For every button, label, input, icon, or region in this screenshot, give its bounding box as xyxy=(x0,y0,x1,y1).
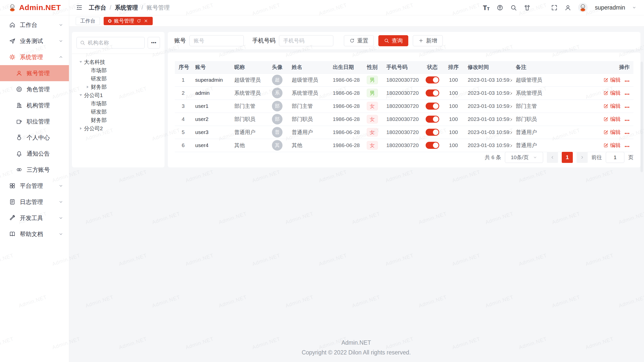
tree-node[interactable]: 分公司1 xyxy=(76,91,160,99)
logo[interactable]: Admin.NET xyxy=(0,0,69,15)
goto-page-input[interactable] xyxy=(606,152,624,163)
cell-gender: 女 xyxy=(362,113,383,126)
row-more-button[interactable]: ••• xyxy=(625,79,630,83)
cell-name: 超级管理员 xyxy=(288,73,329,86)
theme-icon[interactable] xyxy=(524,4,531,11)
sidebar-item-personal-center[interactable]: 个人中心 xyxy=(0,129,69,146)
tree-node[interactable]: 财务部 xyxy=(76,116,160,124)
status-toggle[interactable] xyxy=(426,76,439,83)
menu-fold-icon[interactable] xyxy=(76,4,83,11)
row-more-button[interactable]: ••• xyxy=(625,118,630,122)
prev-page-button[interactable] xyxy=(547,152,558,163)
chevron-down-icon xyxy=(58,22,63,27)
org-search-input[interactable] xyxy=(76,37,145,49)
caret-down-icon[interactable] xyxy=(77,94,84,96)
chevron-down-icon[interactable] xyxy=(632,5,636,10)
reset-button[interactable]: 重置 xyxy=(344,35,374,46)
notification-icon[interactable] xyxy=(537,4,544,11)
status-toggle[interactable] xyxy=(426,142,439,149)
tree-node[interactable]: 分公司2 xyxy=(76,124,160,132)
edit-button[interactable]: 编辑 xyxy=(603,142,621,149)
sidebar-item-position-management[interactable]: 职位管理 xyxy=(0,113,69,129)
avatar[interactable] xyxy=(578,3,588,12)
cell-avatar: 部 xyxy=(266,100,288,113)
refresh-icon[interactable] xyxy=(137,19,141,23)
row-more-button[interactable]: ••• xyxy=(625,144,630,149)
row-more-button[interactable]: ••• xyxy=(625,131,630,135)
sidebar-item-platform-management[interactable]: 平台管理 xyxy=(0,178,69,194)
username[interactable]: superadmin xyxy=(595,4,625,11)
tree-more-button[interactable]: ••• xyxy=(148,37,160,49)
edit-button[interactable]: 编辑 xyxy=(603,89,621,97)
tree-node[interactable]: 大名科技 xyxy=(76,58,160,66)
query-label: 查询 xyxy=(392,37,403,44)
fullscreen-icon[interactable] xyxy=(551,4,558,11)
close-icon[interactable] xyxy=(144,19,148,23)
sidebar-item-third-party-account[interactable]: 三方账号 xyxy=(0,162,69,178)
cell-phone: 18020030720 xyxy=(383,113,422,126)
status-toggle[interactable] xyxy=(426,116,439,123)
language-icon[interactable] xyxy=(497,4,503,11)
next-page-button[interactable] xyxy=(577,152,588,163)
scrollbar-thumb[interactable] xyxy=(640,62,643,172)
cell-avatar: 普 xyxy=(266,126,288,139)
sidebar-item-workbench[interactable]: 工作台 xyxy=(0,17,69,33)
accounts-table: 序号账号昵称头像姓名出生日期性别手机号码状态排序修改时间备注操作 1supera… xyxy=(175,61,633,152)
cell-remark: 部门主管 xyxy=(512,100,598,113)
profile-icon[interactable] xyxy=(565,4,571,11)
sidebar-item-account-management[interactable]: 账号管理 xyxy=(0,65,69,81)
edit-icon xyxy=(603,117,608,122)
column-header-remark: 备注 xyxy=(512,61,598,73)
add-button[interactable]: 新增 xyxy=(413,35,443,46)
edit-button[interactable]: 编辑 xyxy=(603,116,621,123)
topbar-actions: TT superadmin xyxy=(483,3,636,12)
sidebar-item-business-test[interactable]: 业务测试 xyxy=(0,33,69,49)
phone-input[interactable] xyxy=(279,35,333,46)
tree-node[interactable]: 财务部 xyxy=(76,83,160,91)
row-more-button[interactable]: ••• xyxy=(625,105,630,109)
tree-node-label: 财务部 xyxy=(91,117,107,124)
tree-node[interactable]: 研发部 xyxy=(76,74,160,83)
status-toggle[interactable] xyxy=(426,103,439,110)
tab-workbench[interactable]: 工作台 xyxy=(76,17,100,25)
sidebar-item-role-management[interactable]: 角色管理 xyxy=(0,81,69,97)
query-button[interactable]: 查询 xyxy=(378,35,408,46)
font-size-icon[interactable]: TT xyxy=(483,4,490,11)
role-icon xyxy=(16,86,22,93)
bell-icon xyxy=(16,150,22,157)
cell-gender: 女 xyxy=(362,139,383,152)
caret-right-icon[interactable] xyxy=(84,86,91,88)
breadcrumb-item[interactable]: 系统管理 xyxy=(115,4,138,12)
caret-right-icon[interactable] xyxy=(77,127,84,130)
edit-button[interactable]: 编辑 xyxy=(603,76,621,83)
page-size-select[interactable]: 10条/页 xyxy=(505,152,543,163)
sidebar-item-system-management[interactable]: 系统管理 xyxy=(0,49,69,65)
sidebar-item-label: 帮助文档 xyxy=(20,230,43,238)
edit-button[interactable]: 编辑 xyxy=(603,103,621,110)
tree-node[interactable]: 研发部 xyxy=(76,108,160,116)
cell-avatar: 部 xyxy=(266,113,288,126)
breadcrumb-item[interactable]: 工作台 xyxy=(89,4,106,12)
tab-account-management[interactable]: 账号管理 xyxy=(104,17,153,25)
current-page-button[interactable]: 1 xyxy=(562,152,573,163)
status-toggle[interactable] xyxy=(426,129,439,136)
account-label: 账号 xyxy=(174,37,186,44)
row-more-button[interactable]: ••• xyxy=(625,92,630,96)
breadcrumb-item: 账号管理 xyxy=(147,4,170,12)
status-toggle[interactable] xyxy=(426,89,439,97)
edit-button[interactable]: 编辑 xyxy=(603,129,621,136)
sidebar-item-org-management[interactable]: 机构管理 xyxy=(0,97,69,113)
account-input[interactable] xyxy=(189,35,244,46)
cell-index: 5 xyxy=(175,126,191,139)
tab-active-dot-icon xyxy=(108,19,111,23)
sidebar-item-notice[interactable]: 通知公告 xyxy=(0,146,69,162)
sidebar-item-help-docs[interactable]: 帮助文档 xyxy=(0,226,69,242)
caret-down-icon[interactable] xyxy=(77,61,84,63)
tree-node[interactable]: 市场部 xyxy=(76,99,160,108)
sidebar-item-label: 角色管理 xyxy=(27,85,50,93)
sidebar-item-log-management[interactable]: 日志管理 xyxy=(0,194,69,210)
cell-nickname: 系统管理员 xyxy=(230,86,266,100)
sidebar-item-dev-tools[interactable]: 开发工具 xyxy=(0,210,69,226)
search-icon[interactable] xyxy=(510,4,517,11)
tree-node[interactable]: 市场部 xyxy=(76,66,160,74)
